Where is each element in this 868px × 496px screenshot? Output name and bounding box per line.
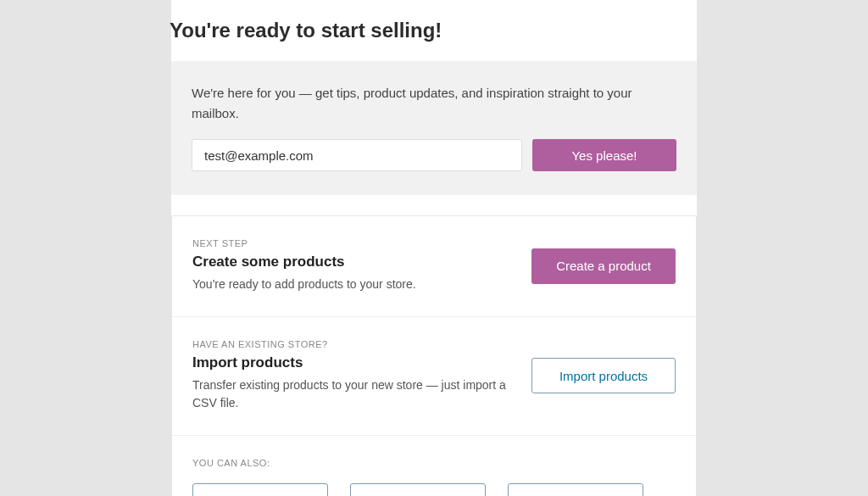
import-products-desc: Transfer existing products to your new s… — [192, 376, 511, 413]
email-input[interactable] — [192, 139, 522, 171]
setup-wizard: You're ready to start selling! We're her… — [171, 0, 697, 496]
create-products-desc: You're ready to add products to your sto… — [192, 276, 511, 294]
subscribe-box: We're here for you — get tips, product u… — [171, 61, 697, 195]
import-products-title: Import products — [192, 354, 511, 371]
create-product-button[interactable]: Create a product — [531, 248, 676, 284]
also-buttons-row: Visit Dashboard Review Settings View & C… — [192, 483, 676, 496]
subscribe-description: We're here for you — get tips, product u… — [192, 83, 676, 124]
create-products-title: Create some products — [192, 254, 511, 270]
import-products-section: HAVE AN EXISTING STORE? Import products … — [172, 317, 696, 436]
next-step-eyebrow: NEXT STEP — [192, 238, 511, 248]
also-section: YOU CAN ALSO: Visit Dashboard Review Set… — [172, 436, 696, 496]
import-products-text: HAVE AN EXISTING STORE? Import products … — [192, 339, 511, 413]
review-settings-button[interactable]: Review Settings — [350, 483, 486, 496]
create-products-text: NEXT STEP Create some products You're re… — [192, 238, 511, 294]
view-customize-button[interactable]: View & Customize — [508, 483, 643, 496]
subscribe-button[interactable]: Yes please! — [532, 139, 676, 171]
also-eyebrow: YOU CAN ALSO: — [192, 458, 676, 468]
import-eyebrow: HAVE AN EXISTING STORE? — [192, 339, 511, 349]
next-steps-card: NEXT STEP Create some products You're re… — [171, 215, 697, 496]
subscribe-row: Yes please! — [192, 139, 676, 171]
page-title: You're ready to start selling! — [170, 0, 697, 61]
visit-dashboard-button[interactable]: Visit Dashboard — [192, 483, 328, 496]
import-products-button[interactable]: Import products — [531, 358, 676, 393]
create-products-section: NEXT STEP Create some products You're re… — [172, 216, 696, 317]
